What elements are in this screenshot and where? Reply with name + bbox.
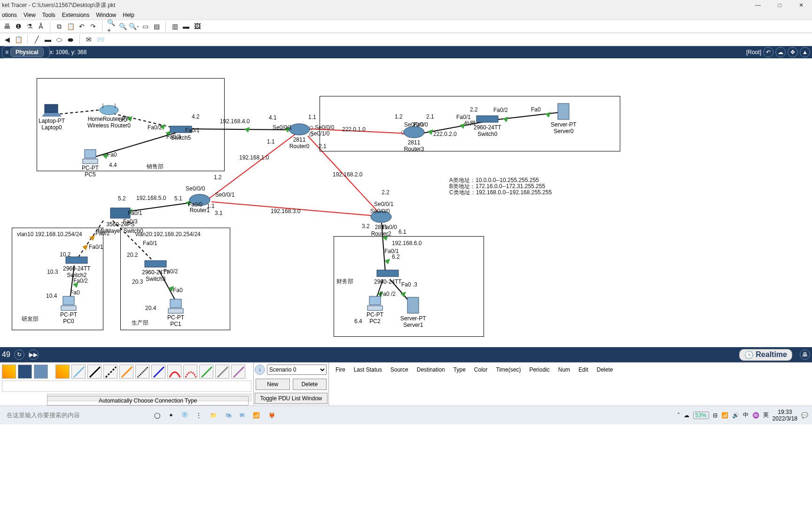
col-type[interactable]: Type <box>450 365 469 374</box>
col-source[interactable]: Source <box>387 365 412 374</box>
mail-icon[interactable]: ✉ <box>240 412 244 419</box>
tile-icon[interactable]: ▤ <box>152 22 161 31</box>
store-icon[interactable]: 🛍 <box>226 412 231 419</box>
palette-auto-conn[interactable] <box>2 365 16 379</box>
device-icon[interactable]: ▬ <box>182 22 190 31</box>
cortana-icon[interactable]: ◯ <box>154 412 160 419</box>
ime-en[interactable]: 英 <box>763 411 769 419</box>
onedrive-icon[interactable]: ☁ <box>684 412 689 419</box>
device-wireless-router[interactable]: HomeRouter-PT-Wireless Router0 <box>87 102 131 129</box>
ellipse-icon[interactable]: ⬭ <box>55 35 63 44</box>
col-delete[interactable]: Delete <box>593 365 617 374</box>
freeform-icon[interactable]: ⬬ <box>66 35 75 44</box>
device-router3[interactable]: 2811Router3 <box>402 125 426 152</box>
clipboard-icon[interactable]: 📋 <box>14 35 23 44</box>
redo-icon[interactable]: ↷ <box>89 22 97 31</box>
palette-cable-serial-dce[interactable] <box>167 365 181 379</box>
envelope-icon[interactable]: ✉ <box>85 35 93 44</box>
reset-sim-icon[interactable]: ↻ <box>14 349 24 360</box>
device-pc5[interactable]: PC-PTPC5 <box>81 149 100 178</box>
line-icon[interactable]: ╱ <box>32 35 41 44</box>
device-server1[interactable]: Server-PTServer1 <box>400 296 426 328</box>
workspace-canvas[interactable]: ↖ Laptop-PTLaptop0 HomeRouter-PT-Wireles… <box>0 58 812 347</box>
scenario-info-icon[interactable]: i <box>255 365 265 375</box>
palette-cable-cross[interactable] <box>103 365 117 379</box>
battery-status[interactable]: 53% <box>693 412 709 419</box>
envelope-open-icon[interactable]: 📨 <box>96 35 104 44</box>
undo-icon[interactable]: ↶ <box>78 22 86 31</box>
device-pc2[interactable]: PC-PTPC2 <box>366 295 384 325</box>
view-tab-physical[interactable]: Physical <box>10 48 44 57</box>
realtime-badge[interactable]: 🕓Realtime <box>739 349 792 361</box>
notifications-icon[interactable]: 💬 <box>801 412 808 419</box>
scenario-delete-button[interactable]: Delete <box>293 379 327 390</box>
fast-forward-icon[interactable]: ▶▶ <box>28 349 39 360</box>
root-path[interactable]: [Root] <box>746 49 761 56</box>
palette-cable-usb[interactable] <box>215 365 229 379</box>
flask-icon[interactable]: ⚗ <box>25 22 34 31</box>
toggle-pdu-button[interactable]: Toggle PDU List Window <box>255 393 328 404</box>
back-icon[interactable]: ◀ <box>3 35 11 44</box>
explorer-icon[interactable]: 📁 <box>210 412 217 419</box>
rect-icon[interactable]: ▬ <box>44 35 52 44</box>
col-destination[interactable]: Destination <box>413 365 449 374</box>
sim-mode-icon[interactable]: 🖶 <box>800 349 810 360</box>
col-periodic[interactable]: Periodic <box>525 365 553 374</box>
device-switch0[interactable]: 2960-24TTSwitch0 <box>474 113 501 137</box>
device-laptop0[interactable]: Laptop-PTLaptop0 <box>39 103 65 131</box>
palette-cable-octal[interactable] <box>199 365 213 379</box>
taskbar-clock[interactable]: 19:33 2022/3/18 <box>773 409 797 422</box>
zoom-in-icon[interactable]: 🔍+ <box>107 22 116 31</box>
scenario-select[interactable]: Scenario 0 <box>267 365 327 375</box>
palette-hub[interactable] <box>34 365 48 379</box>
copilot-icon[interactable]: ✦ <box>169 412 173 419</box>
palette-cable-auto[interactable] <box>55 365 70 379</box>
flask2-icon[interactable]: Å <box>37 22 45 31</box>
device-pc1[interactable]: PC-PTPC1 <box>166 298 185 327</box>
move-icon[interactable]: ✥ <box>788 47 798 57</box>
palette-device[interactable] <box>18 365 32 379</box>
menu-options[interactable]: otions <box>2 12 17 18</box>
paste-icon[interactable]: 📋 <box>66 22 75 31</box>
col-edit[interactable]: Edit <box>575 365 592 374</box>
menu-window[interactable]: Window <box>96 12 117 18</box>
firefox-icon[interactable]: 🦊 <box>268 412 275 419</box>
touchpad-icon[interactable]: ⊟ <box>713 412 718 419</box>
volume-icon[interactable]: 🔊 <box>732 412 739 419</box>
menu-help[interactable]: Help <box>123 12 134 18</box>
notes-icon[interactable]: ▥ <box>171 22 179 31</box>
search-input[interactable] <box>4 409 145 422</box>
close-button[interactable]: ✕ <box>790 0 812 10</box>
cloud-icon[interactable]: ☁ <box>775 47 786 57</box>
device-pc0[interactable]: PC-PTPC0 <box>59 295 78 325</box>
background-icon[interactable]: ▲ <box>800 47 810 57</box>
palette-cable-straight[interactable] <box>87 365 102 379</box>
print-icon[interactable]: 🖶 <box>3 22 11 31</box>
palette-cable-coax[interactable] <box>151 365 165 379</box>
ime-zh[interactable]: 中 <box>743 411 749 419</box>
device-server0[interactable]: Server-PTServer0 <box>551 103 577 135</box>
menu-view[interactable]: View <box>23 12 36 18</box>
nav-back-icon[interactable]: ↶ <box>763 47 773 57</box>
palette-cable-serial-dte[interactable] <box>183 365 197 379</box>
palette-cable-fiber[interactable] <box>119 365 133 379</box>
grid-icon[interactable]: ▭ <box>141 22 149 31</box>
image-icon[interactable]: 🖼 <box>193 22 202 31</box>
palette-cable-custom[interactable] <box>231 365 245 379</box>
palette-cable-console[interactable] <box>71 365 86 379</box>
col-num[interactable]: Num <box>554 365 574 374</box>
device-switch1[interactable]: 2960-24TT <box>374 267 402 285</box>
menu-extensions[interactable]: Extensions <box>62 12 90 18</box>
col-time[interactable]: Time(sec) <box>492 365 525 374</box>
col-fire[interactable]: Fire <box>332 365 349 374</box>
wizard-icon[interactable]: ❶ <box>14 22 23 31</box>
col-color[interactable]: Color <box>470 365 492 374</box>
zoom-reset-icon[interactable]: 🔍 <box>118 22 127 31</box>
scenario-new-button[interactable]: New <box>256 379 290 390</box>
zoom-out-icon[interactable]: 🔍- <box>130 22 138 31</box>
copy-icon[interactable]: ⧉ <box>55 22 63 31</box>
minimize-button[interactable]: — <box>747 0 769 10</box>
menu-tools[interactable]: Tools <box>42 12 55 18</box>
maximize-button[interactable]: □ <box>769 0 790 10</box>
sync-icon[interactable]: ♒ <box>752 412 759 419</box>
